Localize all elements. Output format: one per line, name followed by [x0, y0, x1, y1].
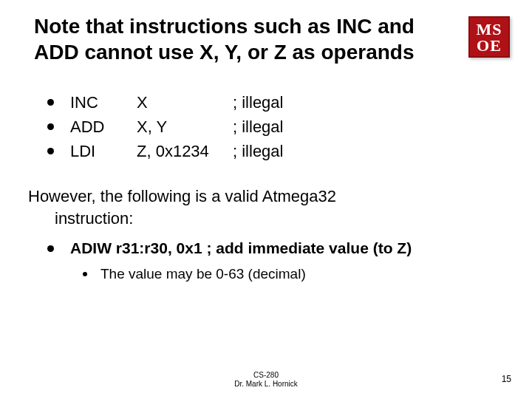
- logo-line-2: OE: [470, 38, 508, 54]
- slide-title: Note that instructions such as INC and A…: [25, 13, 432, 65]
- bullet-icon: [47, 245, 54, 252]
- comment: ; illegal: [233, 139, 283, 163]
- however-text: However, the following is a valid Atmega…: [25, 185, 507, 229]
- instr: LDI: [70, 139, 137, 163]
- list-item: LDI Z, 0x1234 ; illegal: [47, 139, 507, 163]
- arg: X: [137, 90, 233, 115]
- comment: ; illegal: [233, 115, 283, 139]
- bullet-icon: [83, 272, 87, 276]
- arg: Z, 0x1234: [137, 139, 233, 163]
- bullet-icon: [47, 99, 54, 106]
- sub-note: The value may be 0-63 (decimal): [100, 263, 306, 285]
- adiw-instruction: ADIW r31:r30, 0x1 ; add immediate value …: [70, 236, 412, 260]
- bullet-icon: [47, 148, 54, 154]
- footer-author: Dr. Mark L. Hornick: [0, 380, 532, 389]
- list-item: INC X ; illegal: [47, 90, 507, 115]
- logo-line-1: MS: [470, 21, 508, 38]
- bullet-icon: [47, 123, 54, 130]
- valid-instruction-list: ADIW r31:r30, 0x1 ; add immediate value …: [25, 236, 507, 260]
- sub-note-list: The value may be 0-63 (decimal): [25, 263, 507, 285]
- instr: INC: [70, 90, 137, 115]
- however-line-1: However, the following is a valid Atmega…: [28, 187, 336, 205]
- comment: ; illegal: [233, 90, 283, 115]
- however-line-2: instruction:: [28, 208, 507, 230]
- instr: ADD: [70, 115, 137, 139]
- page-number: 15: [502, 374, 511, 384]
- arg: X, Y: [137, 115, 233, 139]
- list-item: ADD X, Y ; illegal: [47, 115, 507, 139]
- slide-footer: CS-280 Dr. Mark L. Hornick: [0, 371, 532, 389]
- msoe-logo: MS OE: [468, 16, 510, 58]
- list-item: The value may be 0-63 (decimal): [83, 263, 507, 285]
- illegal-instruction-list: INC X ; illegal ADD X, Y ; illegal LDI Z…: [25, 90, 507, 163]
- list-item: ADIW r31:r30, 0x1 ; add immediate value …: [47, 236, 507, 260]
- footer-course: CS-280: [0, 371, 532, 380]
